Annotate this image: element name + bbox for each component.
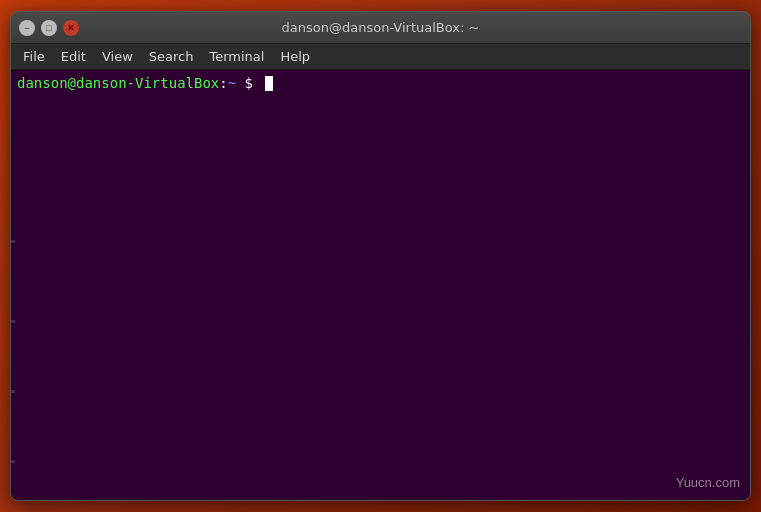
terminal-prompt-line: danson@danson-VirtualBox : ~ $ bbox=[17, 74, 744, 94]
window-controls: – □ ✕ bbox=[19, 20, 79, 36]
menu-terminal[interactable]: Terminal bbox=[201, 47, 272, 66]
title-bar: – □ ✕ danson@danson-VirtualBox: ~ bbox=[11, 12, 750, 44]
terminal-body[interactable]: danson@danson-VirtualBox : ~ $ Yuucn.com bbox=[11, 70, 750, 500]
menu-help[interactable]: Help bbox=[272, 47, 318, 66]
prompt-dollar: $ bbox=[236, 74, 261, 94]
menu-search[interactable]: Search bbox=[141, 47, 202, 66]
scroll-indicator bbox=[11, 70, 17, 500]
minimize-button[interactable]: – bbox=[19, 20, 35, 36]
menu-file[interactable]: File bbox=[15, 47, 53, 66]
window-title: danson@danson-VirtualBox: ~ bbox=[79, 20, 682, 35]
prompt-user-host: danson@danson-VirtualBox bbox=[17, 74, 219, 94]
maximize-button[interactable]: □ bbox=[41, 20, 57, 36]
prompt-tilde: ~ bbox=[228, 74, 236, 94]
prompt-colon: : bbox=[219, 74, 227, 94]
menu-edit[interactable]: Edit bbox=[53, 47, 94, 66]
menu-view[interactable]: View bbox=[94, 47, 141, 66]
close-button[interactable]: ✕ bbox=[63, 20, 79, 36]
menu-bar: File Edit View Search Terminal Help bbox=[11, 44, 750, 70]
terminal-cursor bbox=[265, 76, 273, 91]
watermark: Yuucn.com bbox=[676, 475, 740, 490]
terminal-window: – □ ✕ danson@danson-VirtualBox: ~ File E… bbox=[10, 11, 751, 501]
